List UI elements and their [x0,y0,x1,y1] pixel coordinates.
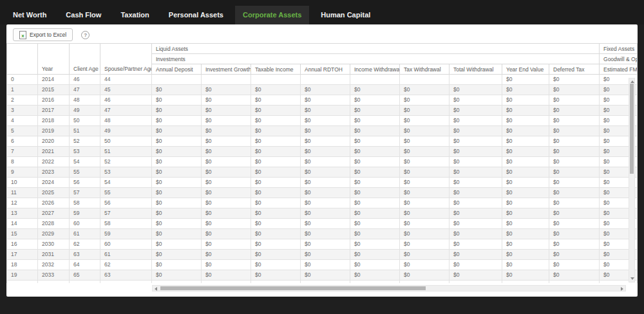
client-age-cell: 61 [70,229,100,239]
annual-deposit-cell: $0 [152,188,202,198]
income-withdrawal-cell: $0 [350,178,400,188]
annual-rdtoh-cell: $0 [301,136,350,147]
table-row: 1020245654$0$0$0$0$0$0$0$0$0$0 [7,178,638,188]
tab-personal-assets[interactable]: Personal Assets [161,6,231,24]
total-withdrawal-cell: $0 [450,136,502,147]
tax-withdrawal-cell: $0 [400,178,450,188]
total-withdrawal-cell: $0 [450,229,502,239]
cell [152,281,202,283]
spouse-partner-age-cell: 57 [100,208,152,219]
liquid-assets-group-header: Liquid Assets [152,44,600,54]
scroll-left-arrow-icon[interactable] [155,287,157,291]
estimated-fmv-header: Estimated FMV [600,64,638,75]
table-row: 220164846$0$0$0$0$0$0$0$0$0$0 [7,95,638,106]
taxable-income-cell: $0 [251,95,301,106]
scroll-up-arrow-icon[interactable] [630,80,634,83]
deferred-tax-cell: $0 [549,208,600,219]
annual-rdtoh-header: Annual RDTOH [301,64,350,75]
client-age-header: Client Age [70,44,100,75]
row-index-cell: 6 [7,136,38,147]
horizontal-scroll-thumb[interactable] [160,286,426,290]
total-withdrawal-header: Total Withdrawal [450,64,502,75]
excel-file-icon: x [19,31,26,39]
year-end-value-cell: $0 [502,157,549,167]
investment-growth-cell [202,75,251,85]
client-age-cell: 52 [70,136,100,147]
vertical-scroll-thumb[interactable] [630,84,634,174]
table-row: 120154745$0$0$0$0$0$0$0$0$0$0 [7,85,638,95]
annual-rdtoh-cell: $0 [301,178,350,188]
annual-rdtoh-cell: $0 [301,219,350,229]
annual-deposit-cell: $0 [152,95,202,106]
investment-growth-cell: $0 [202,270,251,281]
client-age-cell: 53 [70,147,100,157]
table-row: 1920336563$0$0$0$0$0$0$0$0$0$0 [7,270,638,281]
cell [502,281,549,283]
row-index-cell: 17 [7,250,38,260]
income-withdrawal-cell: $0 [350,126,400,136]
tab-corporate-assets[interactable]: Corporate Assets [235,6,309,24]
annual-deposit-cell: $0 [152,106,202,116]
year-cell: 2026 [38,198,70,208]
tab-human-capital[interactable]: Human Capital [313,6,378,24]
year-end-value-cell: $0 [502,239,549,250]
investment-growth-header: Investment Growth [202,64,251,75]
spouse-partner-age-header: Spouse/Partner Age [100,44,152,75]
row-index-cell: 16 [7,239,38,250]
taxable-income-cell [251,75,301,85]
vertical-scrollbar[interactable] [629,78,635,282]
total-withdrawal-cell: $0 [450,116,502,126]
row-index-cell: 14 [7,219,38,229]
spouse-partner-age-cell: 44 [100,75,152,85]
tax-withdrawal-cell: $0 [400,136,450,147]
scroll-down-arrow-icon[interactable] [630,277,634,280]
client-age-cell: 65 [70,270,100,281]
spouse-partner-age-cell: 50 [100,136,152,147]
tax-withdrawal-cell [400,75,450,85]
cell [38,281,70,283]
year-cell: 2029 [38,229,70,239]
cell [350,281,400,283]
year-cell: 2021 [38,147,70,157]
total-withdrawal-cell: $0 [450,167,502,178]
year-cell: 2018 [38,116,70,126]
year-end-value-cell: $0 [502,75,549,85]
year-cell: 2033 [38,270,70,281]
tab-cash-flow[interactable]: Cash Flow [58,6,109,24]
tax-withdrawal-cell: $0 [400,229,450,239]
client-age-cell: 50 [70,116,100,126]
row-index-cell: 12 [7,198,38,208]
spouse-partner-age-cell: 56 [100,198,152,208]
total-withdrawal-cell: $0 [450,198,502,208]
year-end-value-cell: $0 [502,219,549,229]
tab-taxation[interactable]: Taxation [113,6,156,24]
client-age-cell: 56 [70,178,100,188]
taxable-income-cell: $0 [251,178,301,188]
total-withdrawal-cell: $0 [450,178,502,188]
investment-growth-cell: $0 [202,157,251,167]
income-withdrawal-cell: $0 [350,250,400,260]
total-withdrawal-cell: $0 [450,106,502,116]
annual-deposit-cell: $0 [152,136,202,147]
taxable-income-cell: $0 [251,147,301,157]
year-end-value-cell: $0 [502,188,549,198]
total-withdrawal-cell: $0 [450,147,502,157]
horizontal-scrollbar[interactable] [152,285,626,291]
table-row: 1420286058$0$0$0$0$0$0$0$0$0$0 [7,219,638,229]
year-end-value-cell: $0 [502,250,549,260]
year-end-value-cell: $0 [502,260,549,270]
table-row: 1820326462$0$0$0$0$0$0$0$0$0$0 [7,260,638,270]
export-to-excel-button[interactable]: x Export to Excel [13,28,73,41]
taxable-income-cell: $0 [251,208,301,219]
tab-net-worth[interactable]: Net Worth [5,6,54,24]
taxable-income-header: Taxable Income [251,64,301,75]
investment-growth-cell: $0 [202,95,251,106]
scroll-right-arrow-icon[interactable] [621,287,623,291]
year-end-value-cell: $0 [502,106,549,116]
annual-rdtoh-cell: $0 [301,167,350,178]
deferred-tax-cell: $0 [549,157,600,167]
help-icon[interactable]: ? [81,31,90,39]
spouse-partner-age-cell: 53 [100,167,152,178]
income-withdrawal-cell: $0 [350,147,400,157]
annual-deposit-cell: $0 [152,147,202,157]
